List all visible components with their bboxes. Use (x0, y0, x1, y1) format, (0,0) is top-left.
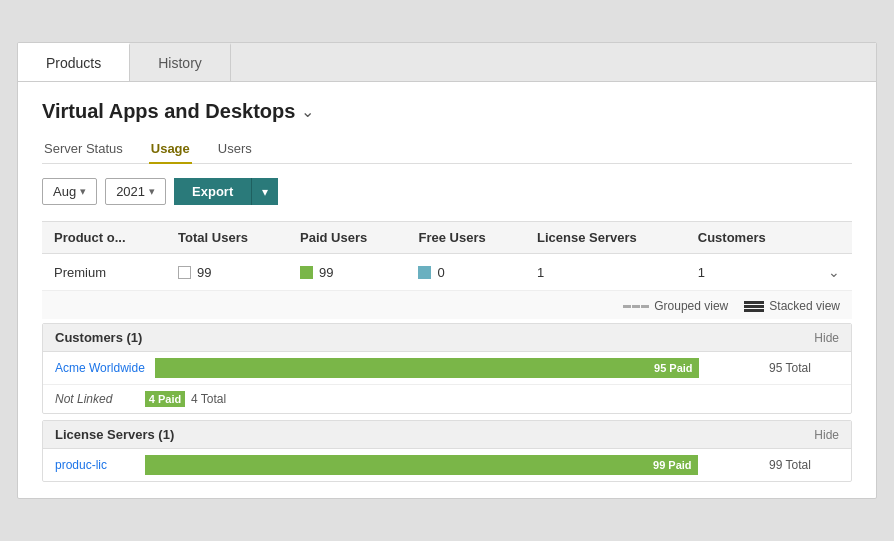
row-expand-icon[interactable]: ⌄ (828, 264, 840, 280)
customer-label-acme: Acme Worldwide (55, 361, 145, 375)
produc-bar-label: 99 Paid (653, 459, 692, 471)
page-title: Virtual Apps and Desktops (42, 100, 295, 123)
sub-tabs-bar: Server Status Usage Users (42, 135, 852, 164)
col-total-users: Total Users (166, 222, 288, 254)
customer-label-not-linked: Not Linked (55, 392, 135, 406)
table-row: Premium 99 99 (42, 254, 852, 291)
content-area: Virtual Apps and Desktops ⌄ Server Statu… (18, 82, 876, 498)
customer-row-not-linked: Not Linked 4 Paid 4 Total (43, 385, 851, 413)
grouped-view-option[interactable]: Grouped view (623, 299, 728, 313)
stacked-view-option[interactable]: Stacked view (744, 299, 840, 313)
free-users-icon (418, 266, 431, 279)
col-product: Product o... (42, 222, 166, 254)
year-dropdown[interactable]: 2021 ▾ (105, 178, 166, 205)
cell-paid-users: 99 (288, 254, 406, 291)
col-free-users: Free Users (406, 222, 525, 254)
year-chevron-icon: ▾ (149, 185, 155, 198)
customers-section-title: Customers (1) (55, 330, 142, 345)
customers-section: Customers (1) Hide Acme Worldwide 95 Pai… (42, 323, 852, 414)
controls-row: Aug ▾ 2021 ▾ Export ▾ (42, 178, 852, 205)
tab-history[interactable]: History (130, 43, 231, 81)
not-linked-total: 4 Total (191, 392, 226, 406)
stacked-view-icon (744, 301, 764, 312)
customer-row-acme: Acme Worldwide 95 Paid 95 Total (43, 352, 851, 385)
license-section-header: License Servers (1) Hide (43, 421, 851, 449)
not-linked-bar-group: 4 Paid 4 Total (145, 391, 226, 407)
license-hide-link[interactable]: Hide (814, 428, 839, 442)
acme-bar-total: 95 Total (769, 361, 839, 375)
license-label-produc: produc-lic (55, 458, 135, 472)
grouped-view-icon (623, 305, 649, 308)
export-group: Export ▾ (174, 178, 278, 205)
license-row-produc: produc-lic 99 Paid 99 Total (43, 449, 851, 481)
col-paid-users: Paid Users (288, 222, 406, 254)
usage-table: Product o... Total Users Paid Users Free… (42, 221, 852, 291)
export-chevron-icon: ▾ (262, 185, 268, 199)
view-toggle-row: Grouped view Stacked view (42, 291, 852, 319)
month-chevron-icon: ▾ (80, 185, 86, 198)
subtab-users[interactable]: Users (216, 135, 254, 164)
acme-bar-fill: 95 Paid (155, 358, 699, 378)
customers-section-header: Customers (1) Hide (43, 324, 851, 352)
total-users-icon (178, 266, 191, 279)
cell-free-users: 0 (406, 254, 525, 291)
export-dropdown-button[interactable]: ▾ (252, 178, 278, 205)
license-section-title: License Servers (1) (55, 427, 174, 442)
produc-bar-container: 99 Paid (145, 455, 759, 475)
paid-users-icon (300, 266, 313, 279)
title-row: Virtual Apps and Desktops ⌄ (42, 100, 852, 123)
subtab-server-status[interactable]: Server Status (42, 135, 125, 164)
table-header-row: Product o... Total Users Paid Users Free… (42, 222, 852, 254)
cell-customers: 1 (686, 254, 805, 291)
produc-bar-total: 99 Total (769, 458, 839, 472)
acme-bar-container: 95 Paid (155, 358, 759, 378)
title-chevron-icon[interactable]: ⌄ (301, 102, 314, 121)
customers-hide-link[interactable]: Hide (814, 331, 839, 345)
cell-product: Premium (42, 254, 166, 291)
top-tabs-bar: Products History (18, 43, 876, 82)
license-servers-section: License Servers (1) Hide produc-lic 99 P… (42, 420, 852, 482)
col-license-servers: License Servers (525, 222, 686, 254)
col-customers: Customers (686, 222, 805, 254)
acme-bar-label: 95 Paid (654, 362, 693, 374)
not-linked-bar: 4 Paid (145, 391, 185, 407)
produc-bar-fill: 99 Paid (145, 455, 698, 475)
tab-products[interactable]: Products (18, 43, 130, 81)
cell-license-servers: 1 (525, 254, 686, 291)
acme-link[interactable]: Acme Worldwide (55, 361, 145, 375)
produc-lic-link[interactable]: produc-lic (55, 458, 107, 472)
col-expand (805, 222, 852, 254)
export-button[interactable]: Export (174, 178, 252, 205)
cell-total-users: 99 (166, 254, 288, 291)
month-dropdown[interactable]: Aug ▾ (42, 178, 97, 205)
subtab-usage[interactable]: Usage (149, 135, 192, 164)
cell-row-expand[interactable]: ⌄ (805, 254, 852, 291)
